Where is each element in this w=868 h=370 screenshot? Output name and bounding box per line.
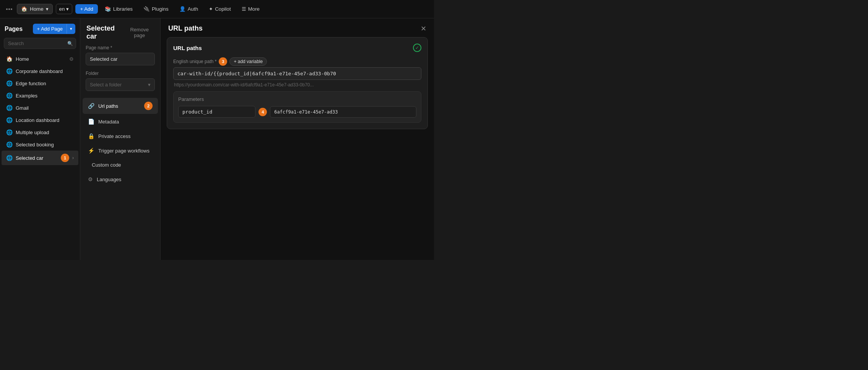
url-card: URL paths ✓ English unique path * 3 + ad… [167, 37, 428, 129]
page-label-multiple: Multiple upload [16, 130, 74, 135]
parameters-title: Parameters [178, 96, 416, 102]
folder-chevron-icon: ▾ [148, 82, 151, 88]
menu-label-metadata: Metadata [98, 119, 153, 125]
add-variable-label: + add variable [234, 59, 263, 64]
page-icon-booking: 🌐 [6, 141, 13, 148]
add-button-label: + Add [80, 6, 93, 12]
page-icon-corporate: 🌐 [6, 68, 13, 74]
add-variable-button[interactable]: + add variable [229, 57, 267, 66]
language-chevron: ▾ [66, 6, 69, 12]
panel-title: Selected car [86, 24, 125, 41]
menu-items: 🔗Url paths2📄Metadata🔒Private access⚡Trig… [80, 98, 160, 186]
close-button[interactable]: ✕ [421, 25, 426, 32]
menu-item-metadata[interactable]: 📄Metadata [83, 115, 158, 128]
copilot-label: Copilot [215, 6, 231, 12]
page-icon-home: 🏠 [6, 56, 13, 62]
libraries-button[interactable]: 📚 Libraries [101, 4, 137, 14]
main-layout: Pages + Add Page ▾ 🔍 🏠Home⚙🌐Corporate da… [0, 18, 434, 260]
more-button[interactable]: ☰ More [238, 4, 263, 14]
sidebar-item-multiple[interactable]: 🌐Multiple upload [2, 126, 78, 138]
folder-select[interactable]: Select a folder ▾ [86, 78, 155, 91]
sidebar-item-corporate[interactable]: 🌐Corporate dashboard [2, 65, 78, 77]
url-field-row: English unique path * 3 + add variable [173, 57, 421, 66]
folder-label: Folder [86, 71, 155, 76]
add-page-chevron-icon[interactable]: ▾ [67, 24, 75, 34]
page-label-edge: Edge function [16, 81, 74, 86]
check-icon: ✓ [413, 44, 421, 52]
badge-4: 4 [258, 108, 267, 116]
menu-label-custom-code: Custom code [92, 162, 153, 168]
menu-label-url-paths: Url paths [98, 103, 140, 109]
page-label-corporate: Corporate dashboard [16, 68, 74, 74]
sidebar-item-examples[interactable]: 🌐Examples [2, 89, 78, 102]
sidebar-search-container: 🔍 [4, 38, 76, 49]
menu-item-languages[interactable]: ⚙Languages [83, 172, 158, 186]
folder-placeholder: Select a folder [90, 82, 122, 88]
add-page-button[interactable]: + Add Page ▾ [33, 24, 75, 34]
nav-dots [5, 7, 14, 11]
menu-icon-metadata: 📄 [88, 118, 94, 125]
auth-icon: 👤 [179, 6, 186, 12]
search-input[interactable] [4, 38, 76, 49]
param-row: product_id 4 6afcf9a1-e71e-45e7-ad33 [178, 106, 416, 118]
url-preview: https://yourdomain.com/car-with-id/6afcf… [173, 82, 421, 91]
page-label-location: Location dashboard [16, 117, 74, 123]
page-name-group: Page name * [80, 45, 160, 71]
menu-item-private-access[interactable]: 🔒Private access [83, 129, 158, 143]
sidebar-item-booking[interactable]: 🌐Selected booking [2, 138, 78, 151]
sidebar-item-location[interactable]: 🌐Location dashboard [2, 114, 78, 126]
url-input-wrap [173, 67, 421, 80]
home-nav-icon: 🏠 [21, 6, 28, 12]
right-header: URL paths ✕ [161, 18, 434, 37]
home-nav-button[interactable]: 🏠 Home ▾ [17, 4, 53, 14]
auth-button[interactable]: 👤 Auth [176, 4, 202, 14]
sidebar-item-edge[interactable]: 🌐Edge function [2, 77, 78, 89]
panel-header: Selected car Remove page [80, 18, 160, 45]
parameters-section: Parameters product_id 4 6afcf9a1-e71e-45… [173, 91, 421, 123]
english-path-label: English unique path * [173, 59, 216, 64]
page-label-home: Home [16, 56, 66, 62]
plugins-button[interactable]: 🔌 Plugins [140, 4, 172, 14]
remove-page-button[interactable]: Remove page [125, 27, 154, 38]
pages-list: 🏠Home⚙🌐Corporate dashboard🌐Edge function… [0, 53, 80, 260]
menu-icon-languages: ⚙ [88, 176, 93, 182]
url-card-title: URL paths [173, 45, 202, 51]
menu-item-custom-code[interactable]: Custom code [83, 158, 158, 172]
param-key: product_id [178, 106, 255, 118]
sidebar-header: Pages + Add Page ▾ [0, 18, 80, 38]
home-nav-chevron: ▾ [46, 6, 49, 12]
page-name-input[interactable] [86, 53, 155, 65]
url-path-input[interactable] [173, 67, 421, 80]
plugins-label: Plugins [152, 6, 169, 12]
chevron-right-icon-car: › [72, 155, 74, 161]
sidebar-title: Pages [5, 26, 23, 32]
middle-panel: Selected car Remove page Page name * Fol… [80, 18, 161, 260]
menu-item-trigger[interactable]: ⚡Trigger page workflows [83, 144, 158, 157]
page-label-booking: Selected booking [16, 142, 74, 148]
add-page-label[interactable]: + Add Page [33, 24, 67, 34]
page-icon-multiple: 🌐 [6, 129, 13, 135]
sidebar-item-gmail[interactable]: 🌐Gmail [2, 102, 78, 114]
folder-group: Folder Select a folder ▾ [80, 71, 160, 96]
page-label-examples: Examples [16, 93, 74, 99]
right-panel-title: URL paths [168, 24, 203, 32]
menu-icon-url-paths: 🔗 [88, 103, 94, 109]
page-icon-location: 🌐 [6, 117, 13, 123]
url-card-header: URL paths ✓ [173, 44, 421, 52]
sidebar-item-car[interactable]: 🌐Selected car1› [2, 151, 78, 165]
top-nav: 🏠 Home ▾ en ▾ + Add 📚 Libraries 🔌 Plugin… [0, 0, 434, 18]
libraries-label: Libraries [113, 6, 133, 12]
menu-badge-url-paths: 2 [144, 102, 153, 110]
libraries-icon: 📚 [105, 6, 111, 12]
add-button[interactable]: + Add [75, 4, 98, 14]
more-icon: ☰ [242, 6, 246, 12]
sidebar-item-home[interactable]: 🏠Home⚙ [2, 53, 78, 65]
menu-item-url-paths[interactable]: 🔗Url paths2 [83, 98, 158, 114]
page-name-label: Page name * [86, 45, 155, 50]
copilot-icon: ✦ [209, 6, 213, 12]
page-label-car: Selected car [16, 155, 58, 161]
page-icon-edge: 🌐 [6, 80, 13, 86]
copilot-button[interactable]: ✦ Copilot [205, 4, 235, 14]
plugins-icon: 🔌 [143, 6, 150, 12]
language-selector[interactable]: en ▾ [56, 4, 73, 14]
